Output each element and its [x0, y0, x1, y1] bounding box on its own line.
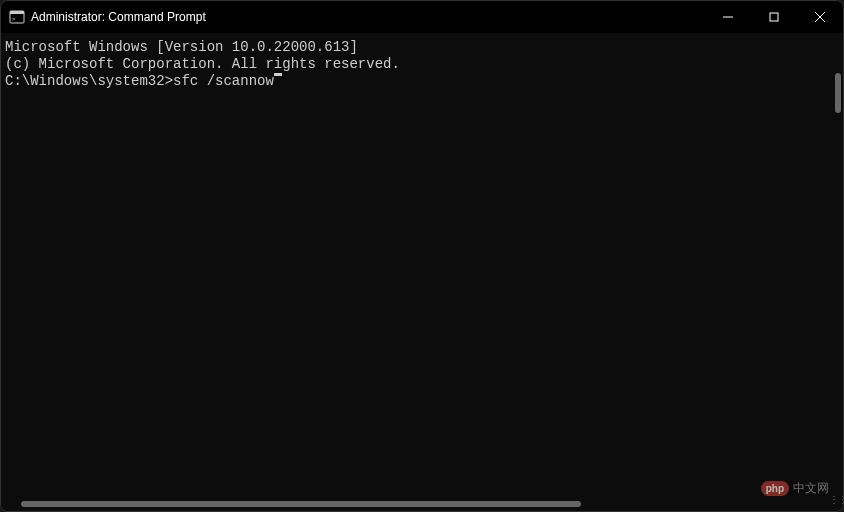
svg-rect-4 — [770, 13, 778, 21]
resize-grip-icon[interactable]: ⋮⋮ — [829, 497, 841, 509]
minimize-button[interactable] — [705, 1, 751, 33]
scrollbar-vertical[interactable] — [835, 73, 841, 113]
window-controls — [705, 1, 843, 33]
terminal-prompt: C:\Windows\system32> — [5, 73, 173, 90]
terminal-output-line: Microsoft Windows [Version 10.0.22000.61… — [5, 39, 839, 56]
svg-text:>_: >_ — [12, 15, 20, 23]
terminal-output-line: (c) Microsoft Corporation. All rights re… — [5, 56, 839, 73]
svg-rect-1 — [10, 11, 24, 14]
scrollbar-horizontal-track[interactable] — [5, 499, 827, 507]
close-button[interactable] — [797, 1, 843, 33]
watermark-badge: php — [761, 481, 789, 496]
terminal-body[interactable]: Microsoft Windows [Version 10.0.22000.61… — [1, 33, 843, 511]
cursor-icon — [274, 73, 282, 76]
titlebar[interactable]: >_ Administrator: Command Prompt — [1, 1, 843, 33]
cmd-icon: >_ — [9, 9, 25, 25]
watermark: php 中文网 — [761, 480, 829, 497]
window-title: Administrator: Command Prompt — [31, 10, 206, 24]
watermark-text: 中文网 — [793, 480, 829, 497]
scrollbar-horizontal-thumb[interactable] — [21, 501, 581, 507]
terminal-prompt-line: C:\Windows\system32>sfc /scannow — [5, 73, 839, 90]
maximize-button[interactable] — [751, 1, 797, 33]
terminal-command: sfc /scannow — [173, 73, 274, 90]
titlebar-left: >_ Administrator: Command Prompt — [9, 9, 206, 25]
command-prompt-window: >_ Administrator: Command Prompt Microso… — [0, 0, 844, 512]
